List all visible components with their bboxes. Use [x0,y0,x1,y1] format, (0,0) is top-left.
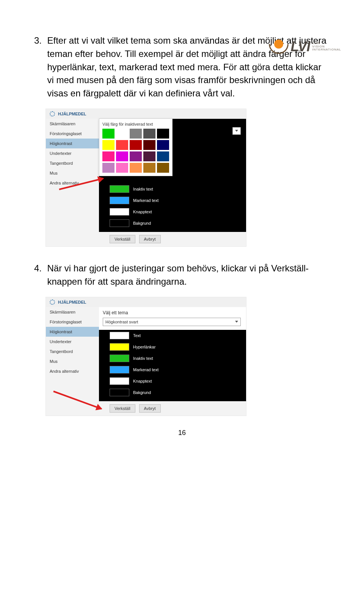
settings-sidebar: Skärmläsaren Förstoringsglaset Högkontra… [46,119,99,246]
color-swatch-hyper[interactable] [110,343,129,351]
color-swatch-inactive[interactable] [110,185,129,193]
settings-title: HJÄLPMEDEL [58,300,86,304]
row-label: Bakgrund [133,221,151,225]
color-swatch-button[interactable] [110,208,129,216]
settings-header: HJÄLPMEDEL [46,297,246,307]
color-swatch[interactable] [102,163,115,173]
color-swatch[interactable] [157,129,169,139]
logo-text: LVI [291,39,310,55]
row-label: Text [133,333,141,338]
sidebar-item-screenreader[interactable]: Skärmläsaren [46,119,99,129]
button-row: Verkställ Avbryt [99,232,246,246]
sidebar-item-mouse[interactable]: Mus [46,168,99,178]
color-swatch[interactable] [157,163,169,173]
screenshot-color-picker: HJÄLPMEDEL Skärmläsaren Förstoringsglase… [46,109,246,247]
row-label: Markerad text [133,367,158,372]
row-background: Bakgrund [99,387,246,398]
sidebar-item-other[interactable]: Andra alternativ [46,366,99,376]
color-swatch-bg[interactable] [110,219,129,227]
color-swatch[interactable] [157,151,169,161]
color-swatch[interactable] [116,140,128,150]
row-label: Bakgrund [133,390,151,395]
color-swatch[interactable] [157,140,169,150]
sidebar-item-magnifier[interactable]: Förstoringsglaset [46,317,99,327]
color-swatch-inactive[interactable] [110,355,129,362]
row-text: Text [99,330,246,341]
color-picker-popup: Välj färg för inaktiverad text [99,118,173,176]
sidebar-item-subtitles[interactable]: Undertexter [46,337,99,347]
screenshot-theme-rows: HJÄLPMEDEL Skärmläsaren Förstoringsglase… [46,297,246,416]
color-swatch[interactable] [143,163,155,173]
apply-button[interactable]: Verkställ [110,404,135,413]
settings-header: HJÄLPMEDEL [46,109,246,119]
row-inactive-text: Inaktiv text [99,183,246,195]
row-label: Hyperlänkar [133,345,155,349]
sidebar-item-keyboard[interactable]: Tangentbord [46,347,99,356]
color-swatch[interactable] [130,129,142,139]
choose-theme-label: Välj ett tema [99,307,246,318]
logo-mark [269,39,289,54]
theme-dropdown[interactable] [232,127,241,135]
color-swatch-grid [102,129,169,173]
color-swatch[interactable] [116,129,128,139]
apply-button[interactable]: Verkställ [110,235,135,243]
cancel-button[interactable]: Avbryt [139,404,161,413]
row-label: Knapptext [133,379,152,383]
list-number: 3. [34,34,46,47]
color-swatch[interactable] [130,151,142,161]
sidebar-item-magnifier[interactable]: Förstoringsglaset [46,129,99,139]
row-marked-text: Markerad text [99,195,246,206]
row-marked-text: Markerad text [99,364,246,375]
color-swatch-text[interactable] [110,332,129,339]
sidebar-item-keyboard[interactable]: Tangentbord [46,158,99,168]
color-swatch[interactable] [143,151,155,161]
row-label: Markerad text [133,198,158,203]
button-row: Verkställ Avbryt [99,401,246,416]
gear-icon [50,299,55,305]
color-swatch-bg[interactable] [110,389,129,396]
row-button-text: Knapptext [99,206,246,217]
gear-icon [50,111,55,117]
sidebar-item-highcontrast[interactable]: Högkontrast [46,327,99,337]
color-swatch-button[interactable] [110,377,129,385]
chevron-down-icon [235,130,238,132]
page-number: 16 [34,429,330,437]
settings-title: HJÄLPMEDEL [58,112,86,116]
sidebar-item-subtitles[interactable]: Undertexter [46,148,99,158]
row-label: Inaktiv text [133,356,153,361]
popup-label: Välj färg för inaktiverad text [102,122,169,126]
dropdown-value: Högkontrast svart [105,320,138,324]
row-label: Knapptext [133,210,152,214]
color-swatch-marked[interactable] [110,366,129,374]
color-swatch[interactable] [102,140,115,150]
row-button-text: Knapptext [99,375,246,387]
theme-dropdown[interactable]: Högkontrast svart [103,318,241,326]
color-swatch[interactable] [102,129,115,139]
color-swatch[interactable] [116,163,128,173]
list-item-4: 4. När vi har gjort de justeringar som b… [34,262,330,288]
sidebar-item-screenreader[interactable]: Skärmläsaren [46,307,99,317]
color-swatch[interactable] [102,151,115,161]
sidebar-item-highcontrast[interactable]: Högkontrast [46,139,99,148]
color-swatch[interactable] [116,151,128,161]
sidebar-item-mouse[interactable]: Mus [46,356,99,366]
brand-logo: LVI LOW VISION INTERNATIONAL [269,39,341,55]
color-swatch[interactable] [130,163,142,173]
row-background: Bakgrund [99,217,246,229]
list-number: 4. [34,262,46,275]
list-text: När vi har gjort de justeringar som behö… [47,262,328,288]
color-swatch[interactable] [130,140,142,150]
row-label: Inaktiv text [133,187,153,191]
color-swatch-marked[interactable] [110,197,129,204]
chevron-down-icon [235,321,238,323]
cancel-button[interactable]: Avbryt [139,235,161,243]
color-swatch[interactable] [143,140,155,150]
color-swatch[interactable] [143,129,155,139]
logo-subtext: LOW VISION INTERNATIONAL [312,42,341,52]
row-inactive-text: Inaktiv text [99,353,246,364]
row-hyperlinks: Hyperlänkar [99,341,246,353]
